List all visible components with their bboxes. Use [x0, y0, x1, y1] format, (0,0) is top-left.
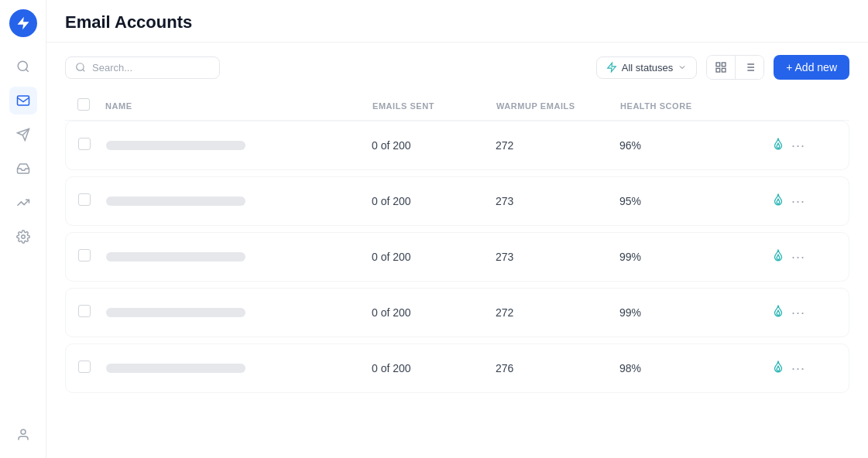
chevron-down-icon [678, 63, 687, 72]
name-placeholder-3 [106, 252, 245, 261]
svg-point-5 [21, 235, 25, 239]
col-header-emails-sent: EMAILS SENT [372, 101, 496, 111]
name-placeholder-1 [106, 141, 245, 150]
search-icon [75, 62, 86, 73]
table-row: 0 of 200 273 99% ··· [65, 232, 849, 282]
emails-sent-5: 0 of 200 [372, 362, 496, 374]
svg-line-8 [83, 70, 85, 72]
row-checkbox-2[interactable] [78, 193, 91, 206]
list-view-button[interactable] [736, 56, 763, 79]
emails-sent-4: 0 of 200 [372, 306, 496, 319]
name-placeholder-4 [106, 308, 245, 317]
more-button-4[interactable]: ··· [791, 305, 805, 321]
more-button-3[interactable]: ··· [791, 249, 805, 265]
health-score-2: 95% [619, 195, 743, 207]
health-score-4: 99% [619, 306, 743, 319]
row-checkbox-3[interactable] [78, 249, 91, 261]
app-logo [9, 9, 37, 37]
warmup-icon-1 [771, 137, 785, 154]
status-filter[interactable]: All statuses [596, 56, 697, 79]
page-title: Email Accounts [65, 12, 849, 32]
health-score-1: 96% [619, 139, 743, 152]
emails-sent-3: 0 of 200 [372, 251, 496, 263]
row-actions-3: ··· [743, 248, 805, 265]
emails-sent-1: 0 of 200 [372, 139, 496, 152]
svg-marker-9 [607, 63, 616, 72]
table-row: 0 of 200 273 95% ··· [65, 176, 849, 226]
warmup-icon-5 [771, 360, 785, 377]
grid-view-button[interactable] [707, 56, 736, 79]
sidebar-item-send[interactable] [9, 121, 37, 149]
more-button-1[interactable]: ··· [791, 138, 805, 154]
table-row: 0 of 200 272 99% ··· [65, 288, 849, 337]
warmup-emails-2: 273 [496, 195, 619, 207]
table-row: 0 of 200 272 96% ··· [65, 121, 849, 170]
search-wrapper[interactable] [65, 56, 220, 79]
status-filter-label: All statuses [622, 62, 673, 73]
row-actions-5: ··· [743, 360, 805, 377]
col-header-health-score: HEALTH SCORE [620, 101, 744, 111]
emails-sent-2: 0 of 200 [372, 195, 496, 207]
sidebar-item-analytics[interactable] [9, 189, 37, 217]
select-all-checkbox[interactable] [77, 98, 90, 111]
svg-point-0 [18, 61, 27, 70]
table-container: NAME EMAILS SENT WARMUP EMAILS HEALTH SC… [46, 92, 868, 458]
row-actions-2: ··· [743, 193, 805, 210]
sidebar-item-email[interactable] [9, 87, 37, 114]
col-header-name: NAME [105, 101, 372, 111]
table-row: 0 of 200 276 98% ··· [65, 344, 849, 393]
svg-point-6 [21, 429, 26, 434]
health-score-5: 98% [619, 362, 743, 374]
warmup-emails-4: 272 [496, 306, 619, 319]
warmup-icon-4 [771, 304, 785, 321]
view-toggle [706, 55, 764, 80]
more-button-5[interactable]: ··· [791, 361, 805, 377]
warmup-icon-3 [771, 248, 785, 265]
table-header: NAME EMAILS SENT WARMUP EMAILS HEALTH SC… [65, 92, 849, 121]
name-placeholder-2 [106, 197, 245, 206]
sidebar [0, 0, 46, 458]
sidebar-item-settings[interactable] [9, 223, 37, 251]
svg-rect-10 [716, 63, 720, 67]
warmup-icon-2 [771, 193, 785, 210]
page-header: Email Accounts [46, 0, 868, 43]
svg-rect-13 [722, 68, 726, 72]
svg-point-7 [77, 63, 84, 70]
row-actions-1: ··· [743, 137, 805, 154]
row-actions-4: ··· [743, 304, 805, 321]
warmup-emails-3: 273 [496, 251, 619, 263]
sidebar-item-user[interactable] [9, 421, 37, 449]
row-checkbox-4[interactable] [78, 305, 91, 317]
svg-rect-12 [716, 68, 720, 72]
search-input[interactable] [92, 62, 210, 73]
row-checkbox-5[interactable] [78, 361, 91, 373]
name-placeholder-5 [106, 364, 245, 373]
row-checkbox-1[interactable] [78, 138, 91, 150]
sidebar-item-inbox[interactable] [9, 155, 37, 183]
health-score-3: 99% [619, 251, 743, 263]
col-header-warmup-emails: WARMUP EMAILS [496, 101, 620, 111]
sidebar-item-search[interactable] [9, 53, 37, 80]
toolbar: All statuses [46, 43, 868, 92]
add-new-button[interactable]: + Add new [774, 55, 849, 80]
filter-icon [606, 62, 617, 73]
more-button-2[interactable]: ··· [791, 193, 805, 210]
svg-line-1 [26, 69, 28, 71]
warmup-emails-5: 276 [496, 362, 619, 374]
svg-rect-11 [722, 63, 726, 67]
main-content: Email Accounts All statuses [46, 0, 868, 458]
warmup-emails-1: 272 [496, 139, 619, 152]
svg-rect-2 [17, 96, 29, 105]
